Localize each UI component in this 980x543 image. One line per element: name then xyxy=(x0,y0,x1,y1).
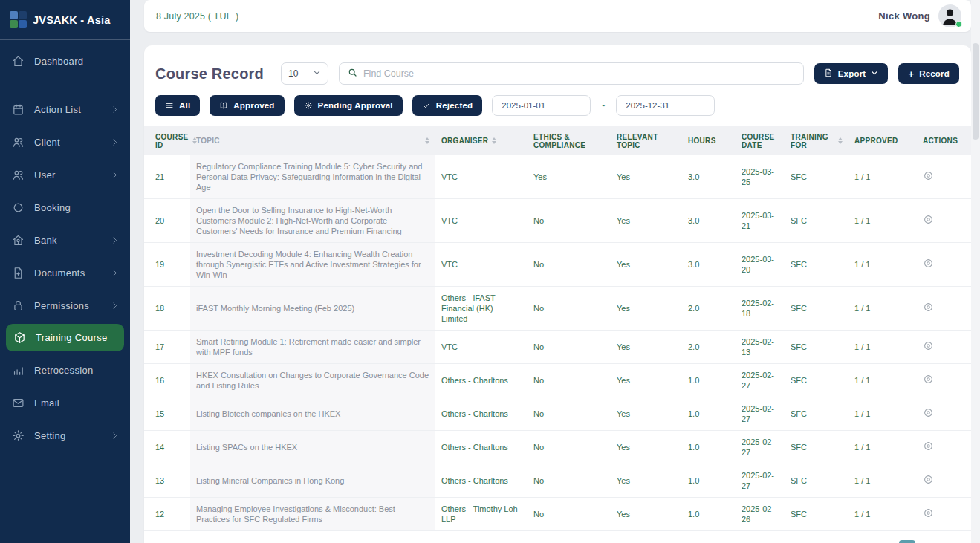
sidebar-item-booking[interactable]: Booking xyxy=(0,191,130,224)
cell-hours: 2.0 xyxy=(682,331,736,364)
column-label: APPROVED xyxy=(854,137,898,145)
table-row: 14Listing SPACs on the HKEXOthers - Char… xyxy=(144,431,971,464)
add-record-button[interactable]: + Record xyxy=(898,63,959,84)
view-eye-icon[interactable] xyxy=(923,474,934,485)
cell-relevant-topic: Yes xyxy=(611,155,682,199)
view-eye-icon[interactable] xyxy=(923,302,934,313)
view-eye-icon[interactable] xyxy=(923,214,934,225)
sort-icon[interactable] xyxy=(492,137,496,144)
cell-relevant-topic: Yes xyxy=(611,397,682,431)
cell-ethics-compliance: No xyxy=(528,431,611,464)
search-icon xyxy=(348,67,357,80)
column-header-course-id[interactable]: COURSE ID xyxy=(144,126,190,155)
avatar[interactable] xyxy=(938,4,961,27)
table-footer: Showing 1 to 10 of 18 entries 12 xyxy=(144,531,971,543)
chevron-down-icon xyxy=(313,68,321,79)
cell-course-id: 12 xyxy=(144,498,190,531)
cell-course-id: 20 xyxy=(144,199,190,243)
cell-ethics-compliance: No xyxy=(528,287,611,331)
column-label: ETHICS & COMPLIANCE xyxy=(533,133,605,149)
export-file-icon xyxy=(824,68,833,79)
filter-button-pending-approval[interactable]: Pending Approval xyxy=(294,95,403,116)
cell-topic: Listing Biotech companies on the HKEX xyxy=(190,397,435,431)
view-eye-icon[interactable] xyxy=(923,374,934,385)
sidebar-item-documents[interactable]: Documents xyxy=(0,256,130,289)
page-title: Course Record xyxy=(155,65,264,82)
export-button[interactable]: Export xyxy=(814,63,889,84)
view-eye-icon[interactable] xyxy=(923,407,934,418)
scrollbar[interactable] xyxy=(971,0,980,543)
cell-actions xyxy=(917,431,971,464)
sidebar-item-dashboard[interactable]: Dashboard xyxy=(0,40,130,82)
pagination-page-1[interactable]: 1 xyxy=(899,540,915,543)
sidebar-item-training-course[interactable]: Training Course xyxy=(6,324,124,351)
circle-icon xyxy=(12,201,25,214)
search-input[interactable] xyxy=(363,68,795,79)
date-from-input[interactable]: 2025-01-01 xyxy=(492,95,591,116)
column-label: RELEVANT TOPIC xyxy=(617,133,676,149)
cell-approved: 1 / 1 xyxy=(848,199,917,243)
filter-button-rejected[interactable]: Rejected xyxy=(412,95,483,116)
bank-icon xyxy=(12,234,25,247)
cell-course-date: 2025-02-18 xyxy=(736,287,785,331)
sidebar-item-client[interactable]: Client xyxy=(0,126,130,158)
pagination-page-2[interactable]: 2 xyxy=(922,540,938,543)
sidebar-nav: DashboardAction ListClientUserBookingBan… xyxy=(0,40,130,452)
view-eye-icon[interactable] xyxy=(923,340,934,351)
view-eye-icon[interactable] xyxy=(923,440,934,452)
brand-name: JVSAKK - Asia xyxy=(33,14,110,26)
cell-course-id: 19 xyxy=(144,243,190,287)
sidebar-item-bank[interactable]: Bank xyxy=(0,224,130,256)
cell-course-date: 2025-02-27 xyxy=(736,397,785,431)
cell-training-for: SFC xyxy=(785,397,848,431)
cell-approved: 1 / 1 xyxy=(848,364,917,397)
online-status-dot xyxy=(955,21,962,27)
sort-icon[interactable] xyxy=(425,137,429,144)
cell-course-date: 2025-02-27 xyxy=(736,464,785,498)
filter-label: Approved xyxy=(233,101,274,110)
date-to-input[interactable]: 2025-12-31 xyxy=(616,95,715,116)
cell-organiser: Others - Charltons xyxy=(435,431,528,464)
column-label: HOURS xyxy=(688,137,716,145)
table-row: 13Listing Mineral Companies in Hong Kong… xyxy=(144,464,971,498)
user-menu[interactable]: Nick Wong xyxy=(878,4,961,27)
column-header-relevant-topic: RELEVANT TOPIC xyxy=(611,126,682,155)
calendar-icon xyxy=(12,103,25,116)
user-name: Nick Wong xyxy=(878,10,930,22)
mail-icon xyxy=(12,397,25,409)
filter-button-approved[interactable]: Approved xyxy=(210,95,284,116)
cell-ethics-compliance: Yes xyxy=(528,155,611,199)
sidebar-item-user[interactable]: User xyxy=(0,158,130,191)
column-header-organiser[interactable]: ORGANISER xyxy=(435,126,528,155)
cell-course-id: 15 xyxy=(144,397,190,431)
cell-organiser: VTC xyxy=(435,331,528,364)
people-icon xyxy=(12,169,25,181)
chevron-down-icon xyxy=(871,69,878,78)
cell-course-date: 2025-03-20 xyxy=(736,243,785,287)
sidebar-item-retrocession[interactable]: Retrocession xyxy=(0,354,130,386)
view-eye-icon[interactable] xyxy=(923,258,934,269)
column-header-training-for[interactable]: TRAINING FOR xyxy=(785,126,848,155)
cell-hours: 1.0 xyxy=(682,431,736,464)
cell-course-date: 2025-02-27 xyxy=(736,364,785,397)
cell-topic: Listing SPACs on the HKEX xyxy=(190,431,435,464)
sidebar-item-action-list[interactable]: Action List xyxy=(0,93,130,126)
view-eye-icon[interactable] xyxy=(923,170,934,181)
sidebar-item-setting[interactable]: Setting xyxy=(0,419,130,452)
sidebar-item-email[interactable]: Email xyxy=(0,386,130,419)
cell-course-date: 2025-02-27 xyxy=(736,431,785,464)
scrollbar-thumb[interactable] xyxy=(973,43,979,140)
table-row: 17Smart Retiring Module 1: Retirement ma… xyxy=(144,331,971,364)
view-eye-icon[interactable] xyxy=(923,507,934,518)
page-size-select[interactable]: 10 xyxy=(281,62,328,85)
sidebar-item-label: Training Course xyxy=(36,332,108,343)
filter-button-all[interactable]: All xyxy=(155,95,200,116)
search-box[interactable] xyxy=(339,62,804,85)
document-icon xyxy=(12,267,25,279)
gear-icon xyxy=(12,429,25,442)
sort-icon[interactable] xyxy=(838,137,843,144)
column-label: COURSE ID xyxy=(155,133,189,149)
sidebar-item-permissions[interactable]: Permissions xyxy=(0,289,130,322)
column-header-topic[interactable]: TOPIC xyxy=(190,126,435,155)
cell-organiser: Others - Charltons xyxy=(435,364,528,397)
